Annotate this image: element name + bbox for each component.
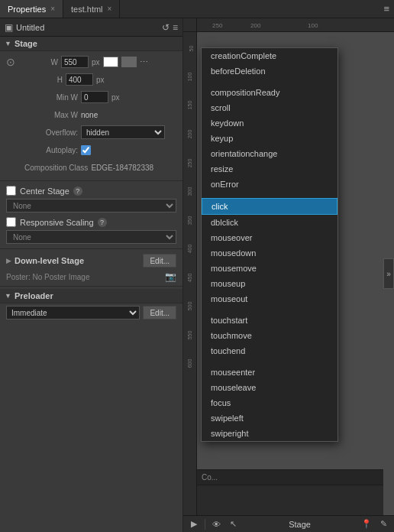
event-dblclick[interactable]: dblclick bbox=[202, 215, 337, 230]
bottom-play-icon[interactable]: ▶ bbox=[186, 518, 202, 530]
event-swipeleft[interactable]: swipeleft bbox=[202, 410, 337, 426]
panel-header: ▣ Untitled ↺ ≡ bbox=[0, 18, 182, 37]
event-swiperight[interactable]: swiperight bbox=[202, 426, 337, 441]
down-level-expand-icon: ▶ bbox=[6, 257, 11, 264]
overflow-select[interactable]: hidden visible scroll auto bbox=[81, 125, 165, 139]
tab-test-html-close[interactable]: × bbox=[108, 5, 112, 13]
panel-header-title: Untitled bbox=[16, 23, 159, 32]
bottom-stage-label: Stage bbox=[242, 520, 357, 529]
center-stage-checkbox[interactable] bbox=[6, 186, 16, 196]
event-keydown[interactable]: keydown bbox=[202, 115, 337, 131]
color-more-icon[interactable]: ⋯ bbox=[140, 57, 148, 67]
camera-icon[interactable]: 📷 bbox=[165, 271, 176, 282]
comp-class-row: Composition Class EDGE-184782338 bbox=[6, 160, 176, 175]
tab-menu-icon[interactable]: ≡ bbox=[379, 0, 394, 18]
overflow-label: Overflow: bbox=[24, 128, 78, 137]
down-level-label: Down-level Stage bbox=[15, 256, 140, 265]
tab-test-html[interactable]: test.html × bbox=[63, 0, 120, 18]
tab-properties-close[interactable]: × bbox=[50, 5, 55, 13]
vtick-200: 200 bbox=[183, 131, 196, 137]
preloader-section-label: Preloader bbox=[15, 291, 53, 300]
main-area: ▣ Untitled ↺ ≡ ▼ Stage ⊙ W px ⋯ H bbox=[0, 18, 394, 532]
vtick-250: 250 bbox=[183, 161, 196, 166]
vtick-300: 300 bbox=[183, 189, 196, 194]
stage-form-area: ⊙ W px ⋯ H px Min W px bbox=[0, 51, 182, 178]
panel-refresh-icon[interactable]: ↺ bbox=[162, 22, 170, 33]
wh-row: ⊙ W px ⋯ bbox=[6, 54, 176, 70]
vtick-500: 500 bbox=[183, 303, 196, 309]
event-mouseover[interactable]: mouseover bbox=[202, 230, 337, 245]
vtick-600: 600 bbox=[183, 361, 196, 366]
vtick-350: 350 bbox=[183, 218, 196, 223]
properties-panel: ▣ Untitled ↺ ≡ ▼ Stage ⊙ W px ⋯ H bbox=[0, 18, 183, 532]
dropdown-sep-3 bbox=[202, 307, 337, 313]
event-resize[interactable]: resize bbox=[202, 161, 337, 177]
event-mouseleave[interactable]: mouseleave bbox=[202, 380, 337, 395]
event-orientationchange[interactable]: orientationchange bbox=[202, 146, 337, 161]
event-touchend[interactable]: touchend bbox=[202, 343, 337, 358]
min-w-row: Min W px bbox=[6, 89, 176, 105]
responsive-scaling-help-icon[interactable]: ? bbox=[98, 218, 107, 227]
event-mouseout[interactable]: mouseout bbox=[202, 291, 337, 307]
vtick-150: 150 bbox=[183, 102, 196, 108]
vtick-100: 100 bbox=[183, 74, 196, 79]
event-mouseenter[interactable]: mouseenter bbox=[202, 365, 337, 380]
center-stage-dropdown[interactable]: None bbox=[6, 199, 176, 212]
center-stage-help-icon[interactable]: ? bbox=[73, 187, 82, 196]
ruler-mark-250: 250 bbox=[212, 22, 222, 29]
event-mouseup[interactable]: mouseup bbox=[202, 276, 337, 291]
canvas-body: 50 100 150 200 250 300 350 400 450 500 5… bbox=[183, 32, 394, 515]
responsive-scaling-row: Responsive Scaling ? bbox=[0, 215, 182, 229]
preloader-section-header[interactable]: ▼ Preloader bbox=[0, 289, 182, 303]
height-unit: px bbox=[96, 76, 105, 84]
preloader-edit-button[interactable]: Edit... bbox=[143, 306, 176, 320]
event-creationComplete[interactable]: creationComplete bbox=[202, 48, 337, 63]
ruler-h-content: 250 200 100 bbox=[197, 18, 394, 31]
panel-menu-icon[interactable]: ≡ bbox=[173, 22, 178, 33]
dropdown-sep-4 bbox=[202, 358, 337, 365]
panel-grid-icon: ▣ bbox=[5, 22, 13, 33]
autoplay-checkbox[interactable] bbox=[81, 145, 91, 155]
height-input[interactable] bbox=[66, 73, 93, 86]
event-scroll[interactable]: scroll bbox=[202, 100, 337, 115]
ruler-mark-200: 200 bbox=[250, 22, 260, 29]
canvas-area: 250 200 100 50 100 150 200 250 300 350 4… bbox=[183, 18, 394, 532]
tab-properties-label: Properties bbox=[8, 5, 46, 14]
bottom-edit-icon[interactable]: ✎ bbox=[376, 518, 391, 530]
responsive-scaling-checkbox[interactable] bbox=[6, 217, 16, 227]
stage-section-header[interactable]: ▼ Stage bbox=[0, 37, 182, 51]
event-mousemove[interactable]: mousemove bbox=[202, 261, 337, 276]
bottom-eye-icon[interactable]: 👁 bbox=[208, 518, 224, 530]
canvas-main[interactable]: creationComplete beforeDeletion composit… bbox=[197, 32, 394, 515]
color-swatch-white[interactable] bbox=[103, 57, 118, 67]
event-onError[interactable]: onError bbox=[202, 177, 337, 192]
max-w-label: Max W bbox=[24, 111, 78, 119]
min-w-unit: px bbox=[111, 93, 120, 102]
min-w-input[interactable] bbox=[81, 91, 108, 103]
poster-label: Poster: No Poster Image bbox=[6, 273, 162, 281]
event-focus[interactable]: focus bbox=[202, 395, 337, 410]
min-w-label: Min W bbox=[24, 93, 78, 102]
link-icon: ⊙ bbox=[6, 56, 15, 68]
event-compositionReady[interactable]: compositionReady bbox=[202, 85, 337, 100]
tab-properties[interactable]: Properties × bbox=[0, 0, 63, 18]
height-row: H px bbox=[6, 72, 176, 87]
responsive-scaling-dropdown[interactable]: None bbox=[6, 230, 176, 244]
event-touchstart[interactable]: touchstart bbox=[202, 313, 337, 328]
width-input[interactable] bbox=[61, 56, 89, 68]
bottom-pin-icon[interactable]: 📍 bbox=[359, 518, 374, 530]
event-click[interactable]: click bbox=[202, 198, 337, 215]
down-level-edit-button[interactable]: Edit... bbox=[143, 254, 176, 268]
preloader-select[interactable]: Immediate bbox=[6, 306, 140, 320]
color-swatch-gray[interactable] bbox=[121, 57, 137, 67]
vtick-400: 400 bbox=[183, 246, 196, 251]
event-beforeDeletion[interactable]: beforeDeletion bbox=[202, 63, 337, 79]
event-mousedown[interactable]: mousedown bbox=[202, 245, 337, 261]
event-touchmove[interactable]: touchmove bbox=[202, 328, 337, 343]
vtick-450: 450 bbox=[183, 275, 196, 281]
event-keyup[interactable]: keyup bbox=[202, 131, 337, 146]
scroll-right-arrow[interactable]: » bbox=[383, 258, 394, 289]
vtick-550: 550 bbox=[183, 332, 196, 338]
autoplay-row: Autoplay: bbox=[6, 142, 176, 157]
bottom-cursor-icon[interactable]: ↖ bbox=[225, 518, 241, 530]
